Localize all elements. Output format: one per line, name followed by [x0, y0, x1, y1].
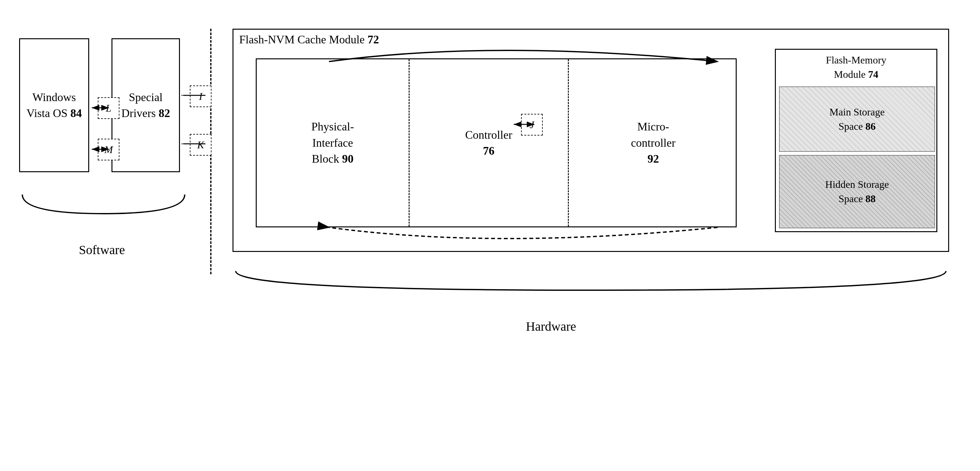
- flash-memory-module: Flash-Memory Module 74 Main Storage Spac…: [775, 49, 937, 232]
- special-number: 82: [159, 107, 170, 120]
- arrow-M: [89, 140, 111, 159]
- software-brace: [19, 192, 188, 236]
- inner-controller-block: Physical- Interface Block 90 Controller …: [256, 58, 737, 227]
- main-storage-block: Main Storage Space 86: [779, 86, 935, 152]
- flash-memory-title: Flash-Memory Module 74: [776, 53, 936, 81]
- diagram: Windows Vista OS 84 Special Drivers 82 F…: [13, 13, 968, 459]
- arrow-K: [181, 135, 207, 153]
- bottom-dashed-arrow: [265, 221, 727, 253]
- windows-vista-box: Windows Vista OS 84: [19, 38, 89, 172]
- software-label: Software: [54, 243, 150, 257]
- controller-block: Controller 76: [410, 59, 569, 227]
- special-text2: Drivers: [121, 107, 159, 120]
- arrow-I: [181, 87, 207, 104]
- top-curved-arrow: [265, 36, 727, 65]
- special-drivers-box: Special Drivers 82: [111, 38, 180, 172]
- hardware-label: Hardware: [503, 319, 599, 334]
- windows-number: 84: [70, 107, 82, 120]
- special-text1: Special: [129, 91, 163, 104]
- vista-text: Vista OS: [26, 107, 70, 120]
- hidden-storage-block: Hidden Storage Space 88: [779, 155, 935, 228]
- physical-interface-block: Physical- Interface Block 90: [257, 59, 410, 227]
- windows-text: Windows: [32, 91, 76, 104]
- arrow-L: [89, 98, 111, 117]
- arrow-J: [512, 115, 536, 134]
- hardware-brace: [232, 268, 949, 313]
- flash-nvm-module: Flash-NVM Cache Module 72 Physical- Inte…: [232, 29, 949, 252]
- microcontroller-block: Micro- controller 92: [569, 59, 738, 227]
